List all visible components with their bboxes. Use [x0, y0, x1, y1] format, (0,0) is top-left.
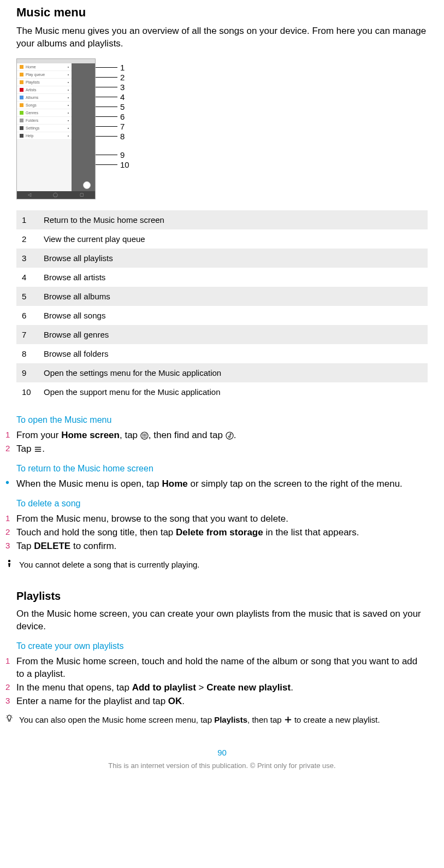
menu-item-icon — [20, 119, 23, 122]
legend-number: 6 — [16, 306, 38, 325]
callout-number: 6 — [120, 112, 125, 121]
legend-number: 10 — [16, 382, 38, 401]
phone-menu-item: Songs• — [17, 102, 72, 109]
step-text: Enter a name for the playlist and tap OK… — [16, 695, 428, 708]
menu-item-icon — [20, 111, 23, 115]
svg-point-6 — [145, 435, 146, 436]
exclamation-icon — [5, 559, 19, 571]
table-row: 8Browse all folders — [16, 344, 428, 363]
menu-item-icon — [20, 65, 23, 69]
step-text: From your Home screen, tap , then find a… — [16, 429, 428, 442]
table-row: 3Browse all playlists — [16, 249, 428, 268]
legend-text: View the current play queue — [38, 229, 428, 249]
legend-number: 5 — [16, 287, 38, 306]
callout: 3 — [96, 82, 125, 92]
bullet-icon: • — [5, 478, 16, 491]
proc-return-heading: To return to the Music home screen — [16, 464, 428, 474]
svg-point-5 — [144, 435, 145, 436]
phone-menu-item: Help• — [17, 132, 72, 140]
warning-note: You cannot delete a song that is current… — [5, 559, 428, 571]
callout: 6 — [96, 112, 125, 121]
table-row: 10Open the support menu for the Music ap… — [16, 382, 428, 401]
svg-point-4 — [143, 435, 144, 436]
callout-number: 3 — [120, 82, 125, 92]
table-row: 4Browse all artists — [16, 268, 428, 287]
callout-numbers: 12345678910 — [96, 58, 134, 199]
step-row: 3 Tap DELETE to confirm. — [5, 540, 428, 553]
phone-menu-item: Genres• — [17, 109, 72, 117]
menu-item-icon — [20, 103, 23, 107]
table-row: 2View the current play queue — [16, 229, 428, 249]
step-row: 1 From the Music menu, browse to the son… — [5, 513, 428, 525]
menu-item-label: Settings — [26, 126, 39, 130]
callout-number: 10 — [120, 160, 129, 169]
callout: 8 — [96, 132, 125, 141]
legend-text: Browse all folders — [38, 344, 428, 363]
step-row: 2 In the menu that opens, tap Add to pla… — [5, 682, 428, 694]
phone-nav-bar: ◁◯▢ — [17, 191, 95, 199]
svg-point-7 — [143, 436, 144, 438]
menu-item-label: Playlists — [26, 80, 40, 84]
legend-text: Browse all playlists — [38, 249, 428, 268]
svg-point-8 — [144, 436, 145, 438]
legend-text: Return to the Music home screen — [38, 210, 428, 229]
callout: 1 — [96, 63, 125, 72]
proc-delete-heading: To delete a song — [16, 499, 428, 509]
callout: 9 — [96, 150, 125, 160]
step-text: Tap DELETE to confirm. — [16, 540, 428, 553]
step-text: Touch and hold the song title, then tap … — [16, 527, 428, 539]
page-title: Music menu — [16, 5, 428, 20]
svg-line-16 — [7, 716, 7, 716]
page-content: Music menu The Music menu gives you an o… — [0, 0, 444, 781]
phone-menu-item: Play queue• — [17, 71, 72, 79]
table-row: 5Browse all albums — [16, 287, 428, 306]
step-number: 1 — [5, 513, 16, 525]
menu-item-icon — [20, 73, 23, 76]
intro-text: The Music menu gives you an overview of … — [16, 25, 428, 50]
step-number: 1 — [5, 429, 16, 442]
legend-number: 7 — [16, 325, 38, 344]
phone-menu-item: Folders• — [17, 117, 72, 125]
apps-grid-icon — [140, 431, 149, 439]
legend-text: Browse all genres — [38, 325, 428, 344]
step-row: 3 Enter a name for the playlist and tap … — [5, 695, 428, 708]
proc-open-heading: To open the Music menu — [16, 415, 428, 425]
phone-mockup: Home•Play queue•Playlists•Artists•Albums… — [16, 58, 96, 199]
menu-item-label: Songs — [26, 103, 37, 107]
hamburger-menu-icon — [34, 445, 42, 453]
svg-point-9 — [145, 436, 146, 438]
phone-menu-item: Settings• — [17, 125, 72, 132]
step-number: 1 — [5, 656, 16, 681]
callout-number: 1 — [120, 63, 125, 72]
step-text: In the menu that opens, tap Add to playl… — [16, 682, 428, 694]
legend-number: 8 — [16, 344, 38, 363]
svg-point-10 — [226, 432, 233, 439]
menu-item-icon — [20, 80, 23, 84]
menu-item-label: Artists — [26, 88, 36, 92]
legend-text: Browse all artists — [38, 268, 428, 287]
step-text: From the Music menu, browse to the song … — [16, 513, 428, 525]
step-row: 2 Tap . — [5, 443, 428, 456]
callout: 5 — [96, 102, 125, 111]
phone-figure: Home•Play queue•Playlists•Artists•Albums… — [16, 58, 428, 199]
callout: 4 — [96, 92, 125, 102]
step-number: 2 — [5, 527, 16, 539]
phone-menu-item: Artists• — [17, 86, 72, 94]
table-row: 6Browse all songs — [16, 306, 428, 325]
step-text: From the Music home screen, touch and ho… — [16, 656, 428, 681]
step-number: 2 — [5, 682, 16, 694]
legend-text: Browse all albums — [38, 287, 428, 306]
lightbulb-icon — [5, 715, 19, 727]
footer-text: This is an internet version of this publ… — [16, 761, 428, 770]
menu-item-icon — [20, 88, 23, 92]
menu-item-icon — [20, 126, 23, 130]
legend-number: 3 — [16, 249, 38, 268]
step-number: 3 — [5, 540, 16, 553]
legend-number: 4 — [16, 268, 38, 287]
playlists-heading: Playlists — [16, 590, 428, 603]
menu-item-icon — [20, 134, 23, 138]
svg-line-17 — [11, 716, 12, 716]
callout-number: 4 — [120, 92, 125, 102]
svg-point-2 — [144, 434, 145, 435]
step-number: 2 — [5, 443, 16, 456]
